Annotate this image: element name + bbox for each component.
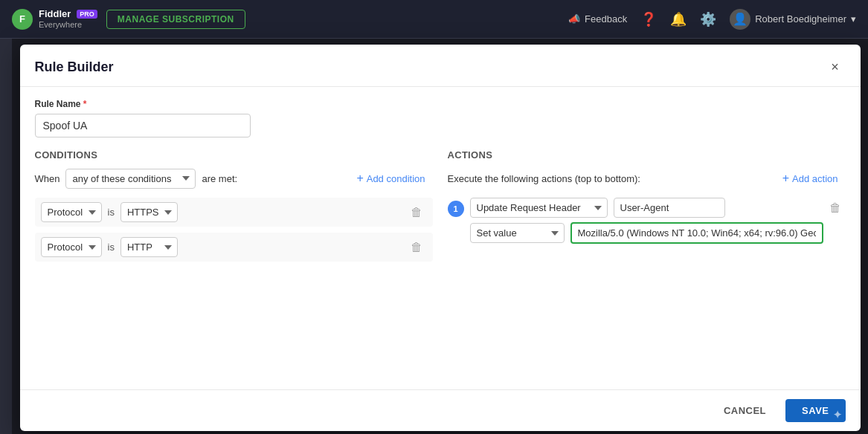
modal-title: Rule Builder	[35, 59, 114, 75]
user-avatar: 👤	[730, 9, 750, 30]
condition-field-select-1[interactable]: Protocol URL Method	[41, 202, 102, 222]
actions-header: Execute the following actions (top to bo…	[448, 168, 846, 189]
feedback-icon: 📣	[568, 13, 580, 25]
add-condition-button[interactable]: + Add condition	[349, 168, 432, 189]
modal-body: Rule Name * Conditions When any of these…	[20, 87, 861, 389]
required-marker: *	[81, 99, 87, 109]
user-dropdown-icon: ▾	[851, 13, 856, 25]
user-area[interactable]: 👤 Robert Boedigheimer ▾	[730, 9, 856, 30]
is-label-1: is	[108, 207, 115, 218]
condition-field-select-2[interactable]: Protocol URL Method	[41, 237, 102, 257]
actions-section: Actions Execute the following actions (t…	[448, 149, 846, 268]
close-button[interactable]: ×	[825, 56, 846, 77]
logo-text: Fiddler PRO Everywhere	[39, 8, 97, 30]
condition-row: Protocol URL Method is HTTPS HTTP 🗑	[35, 198, 433, 227]
condition-value-select-1[interactable]: HTTPS HTTP	[120, 202, 178, 222]
fiddler-save-icon: ✦	[833, 409, 843, 421]
modal-header: Rule Builder ×	[20, 45, 861, 87]
user-name: Robert Boedigheimer	[755, 13, 846, 25]
delete-action-button-1[interactable]: 🗑	[825, 200, 846, 216]
when-label: When	[35, 173, 60, 184]
modal-overlay: Rule Builder × Rule Name * Conditions	[12, 39, 868, 434]
action-row-1: 1 Update Request Header Update Response …	[448, 198, 846, 244]
when-row: When any of these conditions all of thes…	[35, 169, 238, 189]
are-met-label: are met:	[202, 173, 237, 184]
add-action-button[interactable]: + Add action	[775, 168, 846, 189]
logo-title: Fiddler	[39, 8, 71, 20]
add-condition-plus-icon: +	[356, 172, 363, 185]
save-button[interactable]: SAVE ✦	[785, 399, 845, 422]
navbar: F Fiddler PRO Everywhere MANAGE SUBSCRIP…	[0, 0, 868, 39]
manage-subscription-button[interactable]: MANAGE SUBSCRIPTION	[106, 10, 245, 29]
two-column-layout: Conditions When any of these conditions …	[35, 149, 846, 268]
value-input-1[interactable]	[570, 222, 823, 244]
bell-icon[interactable]: 🔔	[670, 11, 687, 27]
action-content-1: Update Request Header Update Response He…	[470, 198, 846, 244]
delete-condition-button-1[interactable]: 🗑	[406, 204, 427, 221]
condition-value-select-2[interactable]: HTTP HTTPS	[120, 237, 178, 257]
conditions-header: When any of these conditions all of thes…	[35, 168, 433, 189]
logo-subtitle: Everywhere	[39, 20, 97, 30]
help-icon[interactable]: ❓	[640, 11, 657, 27]
action-type-select-1[interactable]: Update Request Header Update Response He…	[470, 198, 608, 218]
action-number-1: 1	[448, 201, 464, 217]
modal-footer: CANCEL SAVE ✦	[20, 389, 861, 431]
add-action-label: Add action	[792, 173, 838, 184]
add-condition-label: Add condition	[367, 173, 425, 184]
actions-title: Actions	[448, 149, 846, 161]
logo-icon: F	[12, 9, 33, 30]
navbar-right: 📣 Feedback ❓ 🔔 ⚙️ 👤 Robert Boedigheimer …	[568, 9, 856, 30]
header-name-input-1[interactable]	[614, 198, 725, 218]
pro-badge: PRO	[77, 10, 97, 19]
feedback-button[interactable]: 📣 Feedback	[568, 13, 627, 25]
add-action-plus-icon: +	[782, 172, 789, 185]
conditions-section: Conditions When any of these conditions …	[35, 149, 433, 268]
action-row-inner-1: Update Request Header Update Response He…	[470, 198, 846, 218]
logo: F Fiddler PRO Everywhere	[12, 8, 97, 30]
set-value-select-1[interactable]: Set value Remove header Add if missing	[470, 223, 565, 243]
cancel-button[interactable]: CANCEL	[712, 399, 778, 422]
save-label: SAVE	[802, 405, 829, 416]
delete-condition-button-2[interactable]: 🗑	[406, 239, 427, 256]
rule-builder-modal: Rule Builder × Rule Name * Conditions	[20, 45, 861, 431]
rule-name-input[interactable]	[35, 114, 251, 137]
rule-name-section: Rule Name *	[35, 99, 846, 137]
is-label-2: is	[108, 242, 115, 253]
settings-icon[interactable]: ⚙️	[700, 11, 716, 27]
feedback-label: Feedback	[585, 13, 627, 25]
conditions-title: Conditions	[35, 149, 433, 161]
condition-operator-select[interactable]: any of these conditions all of these con…	[65, 169, 196, 189]
rule-name-label: Rule Name *	[35, 99, 846, 109]
condition-row: Protocol URL Method is HTTP HTTPS 🗑	[35, 233, 433, 262]
execute-label: Execute the following actions (top to bo…	[448, 173, 640, 184]
action-set-value-row: Set value Remove header Add if missing	[470, 222, 846, 244]
